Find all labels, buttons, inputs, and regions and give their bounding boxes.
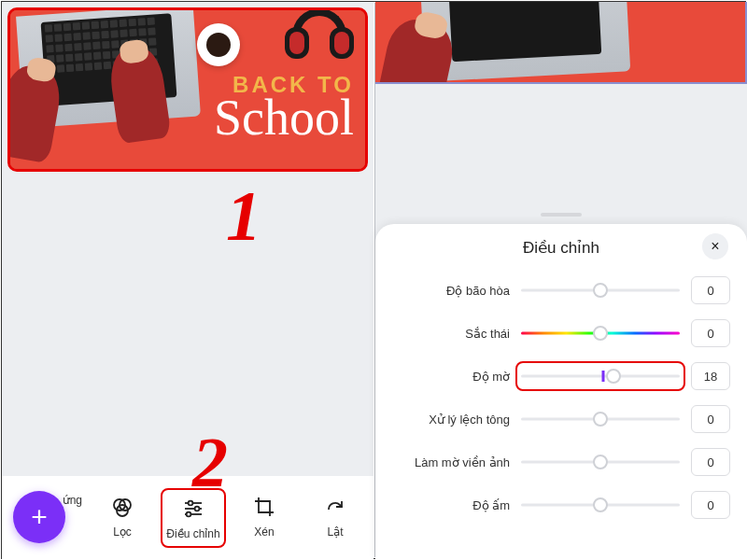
slider-thumb[interactable] [593,497,608,512]
screenshot-frame: BACK TO School + ứng Lọc [1,1,746,559]
toolbar-item-flip[interactable]: Lật [303,488,368,548]
adjust-row: Độ ấm0 [392,483,730,526]
svg-point-4 [189,501,193,506]
adjust-slider[interactable] [521,322,680,344]
adjust-slider[interactable] [521,408,680,430]
bottom-toolbar: + ứng Lọc Điều chỉnh [2,476,374,560]
adjust-label: Sắc thái [392,327,510,341]
slider-thumb[interactable] [606,369,621,384]
toolbar-label: Điều chỉnh [166,527,219,540]
adjust-label: Độ mờ [392,370,510,384]
adjust-row: Sắc thái0 [392,312,730,355]
flip-icon [322,494,348,520]
toolbar-items: ứng Lọc Điều chỉnh [63,488,368,548]
slider-track [521,375,680,378]
canvas-preview[interactable] [375,2,747,84]
adjust-value[interactable]: 0 [691,448,730,476]
adjust-slider[interactable] [521,365,680,387]
adjust-label: Làm mờ viền ảnh [392,455,510,469]
svg-point-8 [187,512,191,517]
toolbar-label: Lọc [113,525,132,539]
editor-properties-panel: Điều chỉnh × Độ bão hòa0Sắc thái0Độ mờ18… [375,2,747,560]
adjust-row: Độ mờ18 [392,355,730,398]
adjust-label: Xử lý lệch tông [392,413,510,427]
toolbar-label: ứng [63,494,82,507]
adjust-value[interactable]: 0 [691,491,730,519]
selected-design-thumbnail[interactable]: BACK TO School [7,7,368,172]
thumbnail-title-bottom: School [214,92,354,143]
adjust-slider[interactable] [521,451,680,473]
toolbar-item-crop[interactable]: Xén [232,488,297,548]
toolbar-item-filter[interactable]: Lọc [90,488,155,548]
slider-thumb[interactable] [593,412,608,427]
sheet-header: Điều chỉnh × [392,231,730,263]
adjust-icon [180,496,206,522]
adjust-row: Xử lý lệch tông0 [392,398,730,441]
adjust-row: Làm mờ viền ảnh0 [392,441,730,483]
sheet-handle[interactable] [541,213,582,217]
add-button[interactable]: + [13,491,65,543]
crop-icon [251,494,277,520]
slider-thumb[interactable] [593,283,608,298]
toolbar-label: Lật [327,525,343,539]
slider-mark [602,371,605,382]
hand-illustration [376,15,458,84]
adjust-label: Độ bão hòa [392,284,510,298]
adjust-row: Độ bão hòa0 [392,269,730,312]
thumbnail-title: BACK TO School [214,74,354,143]
toolbar-item-effects[interactable]: ứng [63,488,84,548]
slider-thumb[interactable] [593,455,608,469]
adjust-value[interactable]: 0 [691,319,730,347]
adjust-slider[interactable] [521,494,680,516]
adjust-value[interactable]: 0 [691,276,730,304]
annotation-1: 1 [226,175,261,257]
slider-thumb[interactable] [593,326,608,341]
editor-canvas-panel: BACK TO School + ứng Lọc [2,2,374,560]
close-button[interactable]: × [702,233,728,259]
plus-icon: + [31,501,48,533]
headphones-illustration [283,7,356,70]
toolbar-label: Xén [254,525,274,539]
adjust-value[interactable]: 0 [691,405,730,433]
close-icon: × [711,238,719,255]
filter-icon [109,494,135,520]
sheet-title: Điều chỉnh [523,238,599,258]
coffee-cup-illustration [197,23,240,66]
svg-point-6 [195,507,200,511]
toolbar-item-adjust[interactable]: Điều chỉnh [161,488,226,548]
adjust-value[interactable]: 18 [691,362,730,390]
adjust-label: Độ ấm [392,498,510,512]
adjust-slider[interactable] [521,279,680,301]
adjust-sheet: Điều chỉnh × Độ bão hòa0Sắc thái0Độ mờ18… [375,224,747,560]
